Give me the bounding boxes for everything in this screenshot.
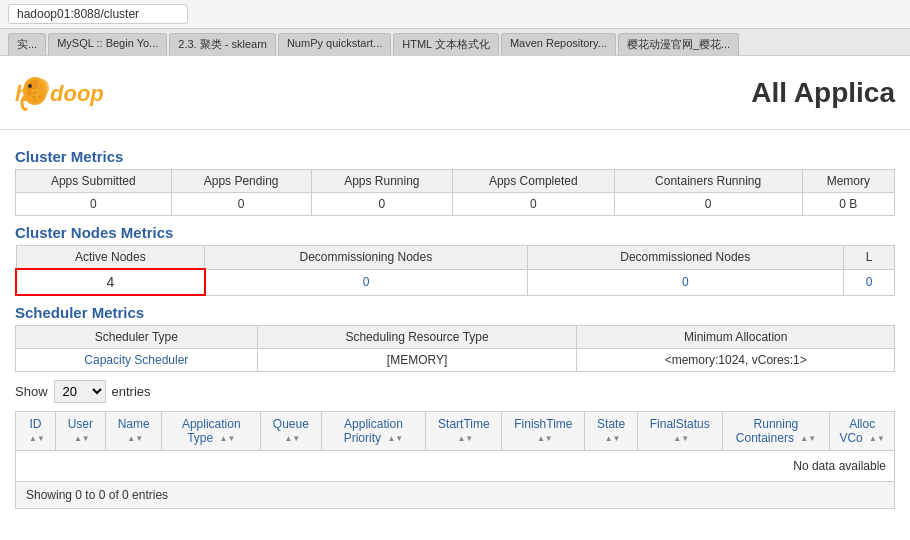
address-bar-container: hadoop01:8088/cluster	[0, 0, 910, 29]
showing-text: Showing 0 to 0 of 0 entries	[26, 488, 168, 502]
th-user[interactable]: User ▲▼	[55, 412, 105, 451]
table-footer: Showing 0 to 0 of 0 entries	[15, 482, 895, 509]
sort-user-icon: ▲▼	[74, 435, 90, 443]
val-decommissioned-nodes[interactable]: 0	[527, 269, 844, 295]
scheduler-metrics-title: Scheduler Metrics	[15, 304, 895, 321]
show-label: Show	[15, 384, 48, 399]
sort-queue-icon: ▲▼	[284, 435, 300, 443]
sort-final-status-icon: ▲▼	[673, 435, 689, 443]
no-data-message: No data available	[16, 451, 895, 482]
th-finish-time[interactable]: FinishTime ▲▼	[502, 412, 585, 451]
val-active-nodes: 4	[16, 269, 205, 295]
col-decommissioned-nodes: Decommissioned Nodes	[527, 246, 844, 270]
cluster-metrics-title: Cluster Metrics	[15, 148, 895, 165]
th-start-time[interactable]: StartTime ▲▼	[426, 412, 502, 451]
tab-bar: 实... MySQL :: Begin Yo... 2.3. 聚类 - skle…	[0, 29, 910, 56]
val-apps-completed: 0	[452, 193, 614, 216]
val-lost[interactable]: 0	[844, 269, 895, 295]
svg-text:doop: doop	[50, 81, 104, 106]
address-bar[interactable]: hadoop01:8088/cluster	[8, 4, 188, 24]
tab-0[interactable]: 实...	[8, 33, 46, 55]
tab-4[interactable]: HTML 文本格式化	[393, 33, 499, 55]
entries-label: entries	[112, 384, 151, 399]
svg-text:ha: ha	[15, 81, 41, 106]
tab-3[interactable]: NumPy quickstart...	[278, 33, 391, 55]
val-scheduling-resource-type: [MEMORY]	[257, 349, 577, 372]
th-alloc-vco[interactable]: Alloc VCo ▲▼	[830, 412, 895, 451]
scheduler-metrics-table: Scheduler Type Scheduling Resource Type …	[15, 325, 895, 372]
col-containers-running: Containers Running	[614, 170, 802, 193]
col-decommissioning-nodes: Decommissioning Nodes	[205, 246, 527, 270]
applications-table: ID ▲▼ User ▲▼ Name ▲▼ Application Type ▲…	[15, 411, 895, 482]
th-queue[interactable]: Queue ▲▼	[261, 412, 322, 451]
hadoop-logo: doop ha	[15, 66, 135, 119]
th-running-containers[interactable]: Running Containers ▲▼	[722, 412, 830, 451]
col-scheduling-resource-type: Scheduling Resource Type	[257, 326, 577, 349]
show-entries-control: Show 10 20 50 100 entries	[15, 380, 895, 403]
th-name[interactable]: Name ▲▼	[105, 412, 162, 451]
tab-2[interactable]: 2.3. 聚类 - sklearn	[169, 33, 276, 55]
col-apps-running: Apps Running	[311, 170, 452, 193]
val-memory: 0 B	[802, 193, 894, 216]
main-content: Cluster Metrics Apps Submitted Apps Pend…	[0, 130, 910, 519]
entries-select[interactable]: 10 20 50 100	[54, 380, 106, 403]
val-containers-running: 0	[614, 193, 802, 216]
col-memory: Memory	[802, 170, 894, 193]
cluster-nodes-table: Active Nodes Decommissioning Nodes Decom…	[15, 245, 895, 296]
sort-start-time-icon: ▲▼	[457, 435, 473, 443]
sort-id-icon: ▲▼	[29, 435, 45, 443]
tab-5[interactable]: Maven Repository...	[501, 33, 616, 55]
col-lost: L	[844, 246, 895, 270]
col-scheduler-type: Scheduler Type	[16, 326, 258, 349]
val-apps-submitted: 0	[16, 193, 172, 216]
th-app-priority[interactable]: Application Priority ▲▼	[321, 412, 426, 451]
tab-1[interactable]: MySQL :: Begin Yo...	[48, 33, 167, 55]
val-apps-pending: 0	[171, 193, 311, 216]
th-id[interactable]: ID ▲▼	[16, 412, 56, 451]
tab-6[interactable]: 樱花动漫官网_樱花...	[618, 33, 739, 55]
val-minimum-allocation: <memory:1024, vCores:1>	[577, 349, 895, 372]
val-apps-running: 0	[311, 193, 452, 216]
no-data-row: No data available	[16, 451, 895, 482]
col-active-nodes: Active Nodes	[16, 246, 205, 270]
cluster-metrics-table: Apps Submitted Apps Pending Apps Running…	[15, 169, 895, 216]
val-scheduler-type[interactable]: Capacity Scheduler	[16, 349, 258, 372]
th-final-status[interactable]: FinalStatus ▲▼	[637, 412, 722, 451]
sort-state-icon: ▲▼	[605, 435, 621, 443]
col-minimum-allocation: Minimum Allocation	[577, 326, 895, 349]
col-apps-submitted: Apps Submitted	[16, 170, 172, 193]
sort-app-type-icon: ▲▼	[219, 435, 235, 443]
cluster-nodes-title: Cluster Nodes Metrics	[15, 224, 895, 241]
sort-alloc-vco-icon: ▲▼	[869, 435, 885, 443]
col-apps-completed: Apps Completed	[452, 170, 614, 193]
page-title: All Applica	[751, 77, 895, 109]
th-state[interactable]: State ▲▼	[585, 412, 638, 451]
val-decommissioning-nodes[interactable]: 0	[205, 269, 527, 295]
col-apps-pending: Apps Pending	[171, 170, 311, 193]
page-header: doop ha All Applica	[0, 56, 910, 130]
sort-app-priority-icon: ▲▼	[387, 435, 403, 443]
th-app-type[interactable]: Application Type ▲▼	[162, 412, 261, 451]
sort-finish-time-icon: ▲▼	[537, 435, 553, 443]
sort-name-icon: ▲▼	[127, 435, 143, 443]
sort-running-containers-icon: ▲▼	[800, 435, 816, 443]
